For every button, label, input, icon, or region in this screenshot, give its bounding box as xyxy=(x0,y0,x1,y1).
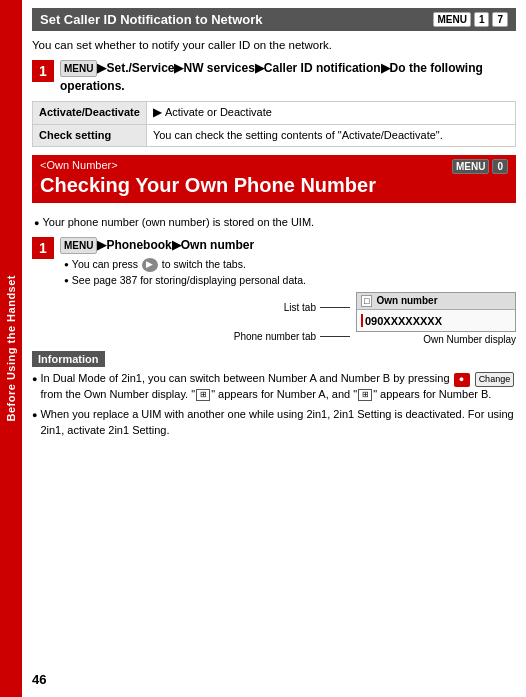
cell-arrow-1: ▶ xyxy=(153,105,161,120)
phone-number-text: 090XXXXXXXX xyxy=(365,315,442,327)
side-tab-label: Before Using the Handset xyxy=(5,275,17,421)
phone-screen-wrapper: □ Own number 090XXXXXXXX Own Number disp… xyxy=(356,292,516,345)
table-cell-value-1: ▶ Activate or Deactivate xyxy=(146,102,515,124)
sub-bullet-1: You can press ▶ to switch the tabs. xyxy=(64,257,516,273)
info-table: Activate/Deactivate ▶ Activate or Deacti… xyxy=(32,101,516,147)
info-bullet-2: ● When you replace a UIM with another on… xyxy=(32,407,516,438)
step2-instruction: MENU▶Phonebook▶Own number xyxy=(60,238,254,252)
table-row-1: Activate/Deactivate ▶ Activate or Deacti… xyxy=(33,102,516,124)
information-section: Information ● In Dual Mode of 2in1, you … xyxy=(32,351,516,443)
grid-icon-b: ⊞ xyxy=(358,389,372,401)
bullet-dot-1: ● xyxy=(32,373,37,387)
phone-number-tab-dash xyxy=(320,336,350,337)
table-row-2: Check setting You can check the setting … xyxy=(33,124,516,146)
section1-header: Set Caller ID Notification to Network ME… xyxy=(32,8,516,31)
info-bullet-1-text: In Dual Mode of 2in1, you can switch bet… xyxy=(40,371,516,402)
menu-num-1: 1 xyxy=(474,12,490,27)
step2-number: 1 xyxy=(32,237,54,259)
info-bullet-2-text: When you replace a UIM with another one … xyxy=(40,407,516,438)
page-number: 46 xyxy=(32,664,516,687)
step1-content: MENU▶Set./Service▶NW services▶Caller ID … xyxy=(60,59,516,95)
step2-sub-bullets: You can press ▶ to switch the tabs. See … xyxy=(60,257,516,289)
phone-screen: □ Own number 090XXXXXXXX xyxy=(356,292,516,332)
section2-wrapper: <Own Number> MENU 0 Checking Your Own Ph… xyxy=(32,155,516,209)
info-bullet-1: ● In Dual Mode of 2in1, you can switch b… xyxy=(32,371,516,402)
step2-menu-key: MENU xyxy=(60,237,97,254)
label-phone-number-tab: Phone number tab xyxy=(234,331,350,342)
table-cell-label-2: Check setting xyxy=(33,124,147,146)
sub-bullet-2: See page 387 for storing/displaying pers… xyxy=(64,273,516,289)
step1-block: 1 MENU▶Set./Service▶NW services▶Caller I… xyxy=(32,59,516,95)
screenshot-labels-left: List tab Phone number tab xyxy=(32,292,356,342)
screen-title-text: Own number xyxy=(376,295,437,307)
phone-cursor xyxy=(361,314,363,327)
section2-header: <Own Number> MENU 0 Checking Your Own Ph… xyxy=(32,155,516,203)
tab-icon-1: □ xyxy=(361,295,372,307)
info-content: ● In Dual Mode of 2in1, you can switch b… xyxy=(32,371,516,438)
phone-number-row: 090XXXXXXXX xyxy=(357,310,515,331)
table-cell-value-2: You can check the setting contents of "A… xyxy=(146,124,515,146)
phone-number-tab-text: Phone number tab xyxy=(234,331,316,342)
red-circle-icon: ● xyxy=(454,373,470,387)
main-content: Set Caller ID Notification to Network ME… xyxy=(22,0,526,697)
section2-sub-label: <Own Number> xyxy=(40,159,118,171)
change-button: Change xyxy=(475,372,515,387)
section2-bullet1: Your phone number (own number) is stored… xyxy=(32,215,516,230)
section2-menu-key: MENU xyxy=(452,159,489,174)
activate-deactivate-text: Activate or Deactivate xyxy=(165,105,272,120)
step1-instruction: MENU▶Set./Service▶NW services▶Caller ID … xyxy=(60,61,483,93)
bullet-dot-2: ● xyxy=(32,409,37,423)
menu-key: MENU xyxy=(433,12,470,27)
own-number-display-label: Own Number display xyxy=(356,332,516,345)
step2-block: 1 MENU▶Phonebook▶Own number You can pres… xyxy=(32,236,516,289)
press-icon: ▶ xyxy=(142,258,158,272)
information-header: Information xyxy=(32,351,105,367)
section1-title: Set Caller ID Notification to Network xyxy=(40,12,262,27)
phone-screen-title: □ Own number xyxy=(357,293,515,310)
label-list-tab: List tab xyxy=(284,302,350,313)
side-tab: Before Using the Handset xyxy=(0,0,22,697)
list-tab-text: List tab xyxy=(284,302,316,313)
grid-icon-a: ⊞ xyxy=(196,389,210,401)
section2-sub: <Own Number> MENU 0 xyxy=(40,159,508,171)
step1-number: 1 xyxy=(32,60,54,82)
menu-badge: MENU 1 7 xyxy=(433,12,508,27)
section2-menu-badge: MENU 0 xyxy=(452,159,508,174)
section1-intro: You can set whether to notify your calle… xyxy=(32,37,516,53)
list-tab-dash xyxy=(320,307,350,308)
step1-menu-key: MENU xyxy=(60,60,97,77)
section2-title: Checking Your Own Phone Number xyxy=(40,173,508,197)
section2-menu-num: 0 xyxy=(492,159,508,174)
step2-content: MENU▶Phonebook▶Own number You can press … xyxy=(60,236,516,289)
screenshot-section: List tab Phone number tab □ Own number xyxy=(32,292,516,345)
table-cell-label-1: Activate/Deactivate xyxy=(33,102,147,124)
menu-num-2: 7 xyxy=(492,12,508,27)
